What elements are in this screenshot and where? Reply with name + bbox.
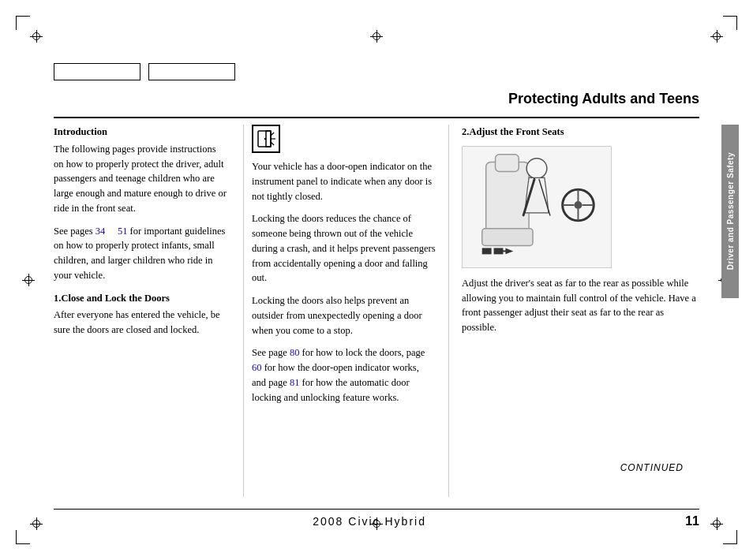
footer: 2008 Civic Hybrid 11: [54, 509, 699, 528]
locking-prevents-para: Locking the doors also helps prevent an …: [252, 293, 436, 338]
intro-title: Introduction: [54, 125, 227, 140]
header-box-2: [148, 63, 235, 80]
reg-mark-bottom-right: [710, 517, 723, 530]
page-title: Protecting Adults and Teens: [508, 91, 699, 107]
reg-mark-top-center: [370, 30, 383, 43]
door-indicator-para: Your vehicle has a door-open indicator o…: [252, 159, 436, 203]
link-page-51[interactable]: 51: [118, 226, 128, 237]
left-column: Introduction The following pages provide…: [54, 125, 243, 497]
close-lock-para: After everyone has entered the vehicle, …: [54, 308, 227, 338]
corner-mark-tr: [723, 16, 737, 30]
svg-rect-19: [498, 250, 508, 252]
locking-reduces-para: Locking the doors reduces the chance of …: [252, 211, 436, 286]
link-page-81[interactable]: 81: [290, 377, 300, 388]
link-page-34[interactable]: 34: [96, 226, 106, 237]
adjust-seats-para: Adjust the driver's seat as far to the r…: [462, 276, 699, 335]
corner-mark-bl: [16, 530, 30, 544]
see-pages-prefix: See pages: [54, 226, 96, 237]
link-page-60[interactable]: 60: [252, 362, 262, 373]
mid-column: Your vehicle has a door-open indicator o…: [243, 125, 448, 497]
reg-mark-top-left: [30, 30, 43, 43]
close-lock-title: 1.Close and Lock the Doors: [54, 291, 227, 306]
corner-mark-br: [723, 530, 737, 544]
footer-title: 2008 Civic Hybrid: [313, 515, 426, 528]
svg-rect-16: [482, 248, 492, 254]
door-open-icon: [252, 125, 280, 153]
side-tab-label: Driver and Passenger Safety: [725, 152, 736, 270]
car-seat-illustration: [462, 146, 612, 268]
header-rule: [54, 117, 699, 118]
svg-rect-1: [266, 131, 271, 147]
intro-para1: The following pages provide instructions…: [54, 142, 227, 216]
right-column: 2.Adjust the Front Seats: [448, 125, 699, 497]
reg-mark-top-right: [710, 30, 723, 43]
svg-point-11: [574, 201, 582, 209]
svg-point-2: [264, 138, 266, 140]
reg-mark-bottom-left: [30, 517, 43, 530]
see-pages-para: See pages 34 51 for important guidelines…: [54, 224, 227, 283]
see-page-links-para: See page 80 for how to lock the doors, p…: [252, 345, 436, 405]
side-tab: Driver and Passenger Safety: [721, 125, 739, 298]
svg-rect-8: [496, 154, 519, 171]
continued-label: CONTINUED: [620, 462, 684, 473]
adjust-seats-title: 2.Adjust the Front Seats: [462, 125, 699, 140]
see-page-prefix: See page: [252, 347, 290, 358]
reg-mark-left-center: [22, 274, 35, 286]
svg-point-9: [526, 158, 547, 178]
header-box-1: [54, 63, 140, 80]
link1-suffix: for how to lock the doors, page: [299, 347, 425, 358]
header-boxes: [54, 63, 235, 80]
svg-rect-6: [486, 162, 529, 232]
link-page-80[interactable]: 80: [290, 347, 300, 358]
main-content: Introduction The following pages provide…: [54, 125, 699, 497]
svg-rect-7: [482, 228, 533, 245]
corner-mark-tl: [16, 16, 30, 30]
footer-page-number: 11: [685, 514, 699, 528]
